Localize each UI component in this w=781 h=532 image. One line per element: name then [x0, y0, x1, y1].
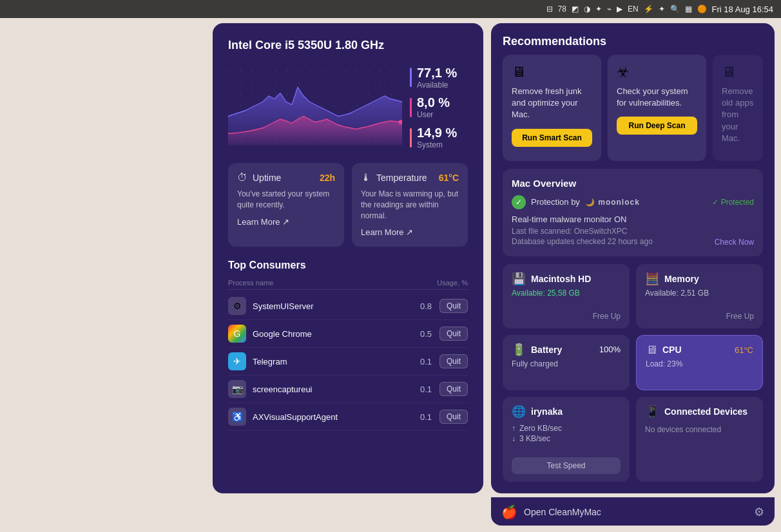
process-usage-5: 0.1 [406, 412, 432, 422]
memory-icon: 🧮 [645, 272, 659, 286]
network-speeds: ↑ Zero KB/sec ↓ 3 KB/sec [512, 424, 621, 443]
process-usage-4: 0.1 [406, 385, 432, 394]
uptime-body: You've started your system quite recentl… [237, 189, 335, 211]
quit-button-3[interactable]: Quit [439, 354, 468, 368]
macintosh-hd-card: 💾 Macintosh HD Available: 25,58 GB Free … [503, 264, 630, 328]
check-now-button[interactable]: Check Now [715, 238, 754, 247]
menu-icon-search[interactable]: 🔍 [670, 5, 680, 14]
upload-speed: Zero KB/sec [519, 424, 562, 433]
quit-button-5[interactable]: Quit [439, 410, 468, 424]
temperature-card: 🌡 Temperature 61°C Your Mac is warming u… [352, 163, 468, 247]
cpu-icon: 🖥 [646, 343, 657, 357]
top-consumers-title: Top Consumers [228, 260, 468, 271]
memory-card: 🧮 Memory Available: 2,51 GB Free Up [636, 264, 763, 328]
process-usage-1: 0.8 [406, 301, 432, 311]
info-cards: ⏱ Uptime 22h You've started your system … [228, 163, 468, 247]
process-icon-5: ♿ [228, 408, 246, 426]
quit-button-2[interactable]: Quit [439, 327, 468, 341]
cleanmymac-logo-icon: 🍎 [501, 504, 517, 520]
memory-free-up[interactable]: Free Up [645, 312, 754, 321]
upload-row: ↑ Zero KB/sec [512, 424, 621, 433]
quit-button-1[interactable]: Quit [439, 299, 468, 313]
process-icon-1: ⚙ [228, 297, 246, 315]
menu-icon-en[interactable]: EN [628, 5, 639, 14]
network-header: 🌐 irynaka [512, 404, 621, 419]
process-icon-4: 📷 [228, 380, 246, 398]
process-name-2: Google Chrome [253, 329, 406, 339]
chart-svg [228, 62, 402, 153]
network-card: 🌐 irynaka ↑ Zero KB/sec ↓ 3 KB/sec Test … [503, 397, 630, 482]
system-value: 14,9 % [417, 126, 457, 140]
memory-available: Available: 2,51 GB [645, 289, 754, 298]
battery-percent: 100% [599, 345, 621, 354]
process-icon-3: ✈ [228, 352, 246, 370]
mac-overview-title: Mac Overview [512, 178, 754, 189]
memory-header: 🧮 Memory [645, 272, 754, 286]
uptime-header: ⏱ Uptime 22h [237, 172, 335, 184]
available-value: 77,1 % [417, 66, 457, 81]
quit-button-4[interactable]: Quit [439, 382, 468, 396]
protection-row: ✓ Protection by 🌙 moonlock ✓ Protected [512, 195, 754, 209]
table-row: G Google Chrome 0.5 Quit [228, 320, 468, 348]
table-row: ✈ Telegram 0.1 Quit [228, 348, 468, 375]
menu-icon-2[interactable]: 78 [558, 5, 566, 14]
left-panel: Intel Core i5 5350U 1.80 GHz [213, 23, 483, 493]
realtime-monitor: Real-time malware monitor ON [512, 214, 754, 224]
recommendations-list: 🖥 Remove fresh junk and optimize your Ma… [503, 55, 763, 161]
devices-icon: 📱 [645, 404, 659, 419]
system-bar [410, 128, 412, 147]
available-bar [410, 68, 412, 87]
download-speed: 3 KB/sec [519, 434, 550, 443]
db-row: Database updates checked 22 hours ago Ch… [512, 237, 754, 247]
available-label: Available [417, 81, 457, 90]
uptime-learn-more[interactable]: Learn More ↗ [237, 217, 289, 227]
test-speed-button[interactable]: Test Speed [512, 457, 621, 474]
menu-icon-play[interactable]: ▶ [617, 5, 622, 14]
col-process: Process name [228, 279, 273, 287]
cpu-header: 🖥 CPU 61°C [646, 343, 753, 357]
protection-by-text: Protection by [531, 197, 580, 207]
menu-icon-battery[interactable]: ⚡ [644, 5, 653, 14]
cpu-grid-title: CPU [662, 345, 682, 355]
menu-icon-5[interactable]: ✦ [595, 5, 602, 14]
mac-hd-free-up[interactable]: Free Up [512, 312, 621, 321]
battery-status: Fully charged [512, 359, 621, 368]
cpu-chart [228, 62, 402, 153]
menu-icon-6[interactable]: ✦ [659, 5, 665, 14]
menu-icon-grid[interactable]: ▦ [685, 5, 692, 14]
menu-time: Fri 18 Aug 16:54 [712, 5, 773, 14]
clock-icon: ⏱ [237, 172, 247, 184]
menu-icon-bluetooth[interactable]: ⌁ [607, 5, 612, 14]
stat-available: 77,1 % Available [410, 66, 468, 90]
chart-container: 77,1 % Available 8,0 % User [228, 62, 468, 153]
user-bar [410, 98, 412, 117]
settings-icon[interactable]: ⚙ [754, 505, 764, 519]
menu-icon-4[interactable]: ◑ [584, 5, 590, 14]
menu-icon-1[interactable]: ⊟ [546, 5, 553, 14]
smart-scan-button[interactable]: Run Smart Scan [512, 129, 592, 147]
rec-card-3: 🖥 Remove old apps from your Mac. [713, 55, 763, 161]
memory-title: Memory [664, 274, 699, 284]
battery-title: Battery [531, 345, 562, 355]
process-name-3: Telegram [253, 357, 406, 366]
connected-devices-card: 📱 Connected Devices No devices connected [636, 397, 763, 482]
open-cleanmymac-button[interactable]: Open CleanMyMac [524, 507, 601, 517]
bottom-bar: 🍎 Open CleanMyMac ⚙ [491, 497, 775, 526]
uptime-card: ⏱ Uptime 22h You've started your system … [228, 163, 344, 247]
menu-icon-app[interactable]: 🟠 [697, 5, 707, 14]
recommendations-title: Recommendations [503, 35, 763, 48]
temperature-header: 🌡 Temperature 61°C [361, 172, 459, 184]
deep-scan-button[interactable]: Run Deep Scan [617, 117, 697, 135]
bottom-grid: 💾 Macintosh HD Available: 25,58 GB Free … [503, 264, 763, 482]
process-name-4: screencaptureui [253, 385, 406, 394]
disk-icon: 💾 [512, 272, 526, 286]
temperature-learn-more[interactable]: Learn More ↗ [361, 227, 413, 237]
protected-badge: ✓ Protected [712, 198, 754, 207]
table-row: 📷 screencaptureui 0.1 Quit [228, 375, 468, 403]
last-scanned: Last file scanned: OneSwitchXPC [512, 227, 754, 236]
right-panel: Recommendations 🖥 Remove fresh junk and … [491, 23, 775, 493]
mac-hd-available: Available: 25,58 GB [512, 289, 621, 298]
rec-icon-1: 🖥 [512, 64, 592, 81]
uptime-value: 22h [320, 173, 335, 183]
menu-icon-3[interactable]: ◩ [572, 5, 579, 14]
